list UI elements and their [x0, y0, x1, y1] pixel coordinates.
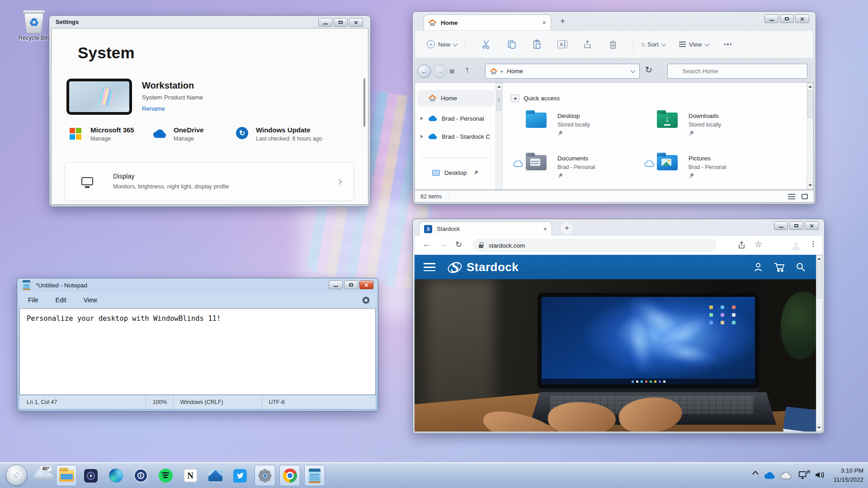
share-icon[interactable]: [583, 39, 593, 49]
recent-locations-icon[interactable]: [450, 70, 454, 73]
new-tab-button[interactable]: +: [561, 222, 573, 234]
cart-icon[interactable]: [774, 262, 785, 272]
taskbar-media-app[interactable]: [80, 465, 101, 486]
tile-windows-update[interactable]: Windows Update Last checked: 6 hours ago: [256, 126, 322, 142]
content-scrollbar[interactable]: [807, 83, 813, 189]
address-dropdown-icon[interactable]: [630, 68, 635, 73]
new-tab-button[interactable]: +: [560, 16, 565, 26]
chevron-down-icon: [661, 41, 666, 46]
paste-icon[interactable]: [532, 39, 542, 49]
menu-view[interactable]: View: [81, 296, 100, 304]
more-options-icon[interactable]: [724, 43, 732, 45]
start-button[interactable]: S: [6, 465, 27, 486]
onedrive-tray-icon[interactable]: [763, 472, 776, 479]
tile-onedrive[interactable]: OneDrive Manage: [174, 126, 204, 142]
sidebar-item-brad-personal[interactable]: Brad - Personal: [418, 111, 495, 126]
quick-access-item-downloads[interactable]: ↓ Downloads Stored locally: [657, 113, 774, 144]
details-view-icon[interactable]: [788, 194, 795, 199]
tray-clock[interactable]: 3:10 PM 11/15/2022: [833, 466, 863, 485]
close-button[interactable]: ×: [349, 18, 363, 27]
sort-button[interactable]: ↑↓ Sort: [641, 41, 665, 48]
tab-close-icon[interactable]: ×: [542, 19, 546, 26]
taskbar-settings[interactable]: [255, 465, 275, 486]
network-icon[interactable]: [798, 470, 810, 480]
maximize-button[interactable]: [334, 18, 348, 27]
forward-button[interactable]: →: [433, 64, 447, 78]
weather-widget[interactable]: 40°: [34, 473, 52, 481]
expand-arrow-icon[interactable]: [420, 135, 423, 138]
address-bar[interactable]: ▸ Home: [485, 64, 640, 79]
refresh-button[interactable]: ↻: [645, 65, 652, 75]
collapse-section-button[interactable]: [511, 94, 519, 102]
search-input[interactable]: [667, 64, 807, 79]
volume-icon[interactable]: [815, 470, 826, 479]
settings-scrollbar[interactable]: [363, 78, 365, 127]
minimize-button[interactable]: [764, 14, 778, 23]
sidebar-item-brad-stardock[interactable]: Brad - Stardock C: [418, 129, 495, 144]
new-button[interactable]: + New: [427, 40, 457, 48]
taskbar-twitter[interactable]: [230, 465, 250, 486]
rename-icon[interactable]: A: [557, 40, 567, 48]
large-icons-view-icon[interactable]: [802, 194, 808, 199]
settings-gear-icon[interactable]: [362, 296, 370, 304]
up-button[interactable]: ↑: [465, 65, 470, 75]
url-text: stardock.com: [489, 242, 525, 249]
chrome-menu-icon[interactable]: ⋮: [810, 239, 817, 248]
site-menu-icon[interactable]: [424, 263, 435, 271]
close-button[interactable]: ×: [795, 14, 809, 23]
taskbar-edge[interactable]: [105, 465, 126, 486]
explorer-tab-home[interactable]: Home ×: [424, 14, 551, 30]
sidebar-item-desktop[interactable]: Desktop: [418, 165, 495, 180]
quick-access-item-pictures[interactable]: Pictures Brad - Personal: [657, 155, 774, 187]
delete-icon[interactable]: [608, 39, 618, 49]
taskbar-file-explorer[interactable]: [56, 465, 77, 486]
taskbar-notion[interactable]: N: [180, 465, 201, 486]
minimize-button[interactable]: [774, 221, 788, 230]
rename-link[interactable]: Rename: [142, 105, 165, 112]
file-explorer-window: Home × + × + New A: [412, 11, 816, 205]
menu-edit[interactable]: Edit: [53, 296, 69, 304]
quick-access-item-desktop[interactable]: Desktop Stored locally: [526, 113, 643, 144]
onedrive-personal-tray-icon[interactable]: [779, 472, 792, 479]
forward-button[interactable]: →: [439, 239, 447, 249]
taskbar-spotify[interactable]: [155, 465, 176, 486]
expand-arrow-icon[interactable]: [420, 117, 423, 120]
reload-button[interactable]: ↻: [455, 239, 462, 249]
tab-close-icon[interactable]: ×: [543, 225, 547, 233]
view-icon: [679, 42, 686, 47]
close-button[interactable]: ×: [359, 281, 373, 289]
view-button[interactable]: View: [679, 41, 709, 48]
text-editor[interactable]: Personalize your desktop with WindowBlin…: [19, 308, 376, 395]
sidebar-scrollbar[interactable]: [495, 83, 502, 189]
back-button[interactable]: ←: [423, 239, 431, 249]
bookmark-star-icon[interactable]: ☆: [755, 239, 762, 249]
taskbar-1password[interactable]: 1: [130, 465, 151, 486]
site-brand[interactable]: Stardock: [467, 260, 519, 274]
maximize-button[interactable]: [789, 221, 803, 230]
page-scrollbar[interactable]: [816, 255, 822, 432]
back-button[interactable]: ←: [417, 64, 431, 78]
settings-window-title: Settings: [56, 19, 79, 25]
close-button[interactable]: ×: [805, 221, 819, 230]
account-icon[interactable]: [753, 262, 764, 272]
taskbar-notepad[interactable]: [304, 465, 325, 486]
minimize-button[interactable]: [318, 18, 332, 27]
share-icon[interactable]: [737, 240, 746, 249]
quick-access-item-documents[interactable]: Documents Brad - Personal: [526, 155, 643, 187]
display-settings-card[interactable]: Display Monitors, brightness, night ligh…: [65, 162, 354, 201]
stardock-logo-icon: S: [451, 259, 459, 275]
tray-show-hidden-icons[interactable]: [753, 469, 758, 476]
minimize-button[interactable]: [329, 281, 343, 289]
cut-icon[interactable]: [481, 39, 491, 49]
taskbar-mail[interactable]: [205, 465, 226, 486]
taskbar-chrome[interactable]: [279, 465, 300, 486]
maximize-button[interactable]: [344, 281, 358, 289]
maximize-button[interactable]: [780, 14, 794, 23]
tile-microsoft-365[interactable]: Microsoft 365 Manage: [90, 126, 134, 142]
chrome-tab-stardock[interactable]: S Stardock ×: [419, 221, 552, 236]
site-search-icon[interactable]: [795, 262, 806, 272]
menu-file[interactable]: File: [25, 296, 41, 304]
copy-icon[interactable]: [507, 39, 517, 49]
sidebar-item-home[interactable]: Home: [418, 90, 495, 106]
omnibox[interactable]: stardock.com: [472, 239, 717, 252]
